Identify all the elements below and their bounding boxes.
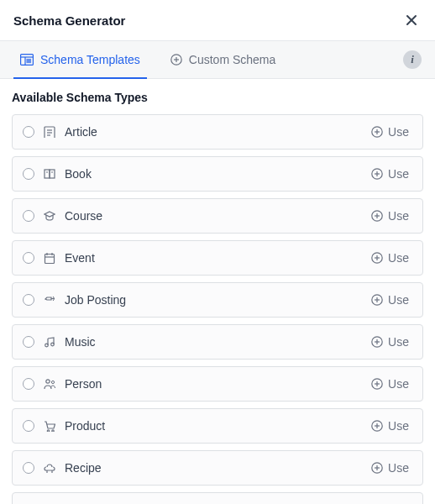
schema-list: ArticleUseBookUseCourseUseEventUseJob Po… — [12, 114, 423, 504]
schema-row[interactable]: ProductUse — [12, 408, 423, 444]
radio-button[interactable] — [23, 294, 34, 306]
radio-button[interactable] — [23, 462, 34, 474]
use-button[interactable]: Use — [368, 291, 412, 308]
use-label: Use — [388, 461, 409, 475]
plus-circle-icon — [371, 336, 383, 348]
use-button[interactable]: Use — [368, 165, 412, 182]
use-label: Use — [388, 251, 409, 265]
schema-type-label: Event — [65, 251, 95, 265]
plus-circle-icon — [371, 378, 383, 390]
book-icon — [43, 167, 56, 181]
modal-header: Schema Generator — [0, 0, 435, 41]
section-title: Available Schema Types — [12, 91, 423, 104]
schema-row[interactable]: RecipeUse — [12, 450, 423, 486]
schema-type-label: Music — [65, 335, 96, 349]
use-button[interactable]: Use — [368, 417, 412, 434]
use-button[interactable]: Use — [368, 375, 412, 392]
close-button[interactable] — [401, 10, 422, 30]
templates-icon — [20, 54, 34, 66]
plus-circle-icon — [371, 294, 383, 306]
content-area: Available Schema Types ArticleUseBookUse… — [0, 79, 435, 504]
music-icon — [43, 335, 56, 349]
schema-type-label: Book — [65, 167, 92, 181]
schema-row[interactable]: Job PostingUse — [12, 282, 423, 318]
radio-button[interactable] — [23, 252, 34, 264]
person-icon — [43, 377, 56, 391]
product-icon — [43, 419, 56, 433]
use-button[interactable]: Use — [368, 207, 412, 224]
schema-type-label: Recipe — [65, 461, 102, 475]
schema-type-label: Job Posting — [65, 293, 126, 307]
event-icon — [43, 251, 56, 265]
svg-rect-5 — [27, 60, 31, 63]
schema-row[interactable]: MusicUse — [12, 324, 423, 360]
radio-button[interactable] — [23, 168, 34, 180]
tab-custom-schema[interactable]: Custom Schema — [164, 41, 282, 78]
job-icon — [43, 293, 56, 307]
schema-row[interactable]: BookUse — [12, 156, 423, 192]
schema-row[interactable]: ArticleUse — [12, 114, 423, 150]
use-button[interactable]: Use — [368, 249, 412, 266]
plus-circle-icon — [371, 420, 383, 432]
tab-label: Custom Schema — [189, 53, 275, 66]
radio-button[interactable] — [23, 210, 34, 222]
plus-circle-icon — [371, 252, 383, 264]
modal-title: Schema Generator — [13, 13, 125, 28]
use-button[interactable]: Use — [368, 333, 412, 350]
radio-button[interactable] — [23, 336, 34, 348]
schema-row[interactable]: PersonUse — [12, 366, 423, 402]
use-label: Use — [388, 167, 409, 181]
tab-bar: Schema Templates Custom Schema i — [0, 41, 435, 79]
info-button[interactable]: i — [403, 50, 422, 69]
plus-circle-icon — [371, 210, 383, 222]
radio-button[interactable] — [23, 126, 34, 138]
use-label: Use — [388, 419, 409, 433]
radio-button[interactable] — [23, 378, 34, 390]
use-label: Use — [388, 335, 409, 349]
use-label: Use — [388, 377, 409, 391]
use-button[interactable]: Use — [368, 123, 412, 140]
schema-type-label: Article — [65, 125, 97, 139]
schema-type-label: Course — [65, 209, 102, 223]
close-icon — [405, 13, 418, 27]
schema-row[interactable]: CourseUse — [12, 198, 423, 234]
schema-type-label: Person — [65, 377, 102, 391]
plus-circle-icon — [371, 168, 383, 180]
plus-circle-icon — [170, 54, 182, 66]
plus-circle-icon — [371, 126, 383, 138]
use-label: Use — [388, 125, 409, 139]
plus-circle-icon — [371, 462, 383, 474]
radio-button[interactable] — [23, 420, 34, 432]
tab-label: Schema Templates — [40, 53, 140, 66]
info-icon: i — [411, 53, 414, 66]
article-icon — [43, 125, 56, 139]
schema-type-label: Product — [65, 419, 105, 433]
use-label: Use — [388, 209, 409, 223]
schema-row[interactable]: EventUse — [12, 240, 423, 276]
course-icon — [43, 209, 56, 223]
tab-schema-templates[interactable]: Schema Templates — [13, 41, 147, 78]
use-label: Use — [388, 293, 409, 307]
use-button[interactable]: Use — [368, 459, 412, 476]
recipe-icon — [43, 461, 56, 475]
schema-row[interactable]: RestaurantUse — [12, 492, 423, 504]
